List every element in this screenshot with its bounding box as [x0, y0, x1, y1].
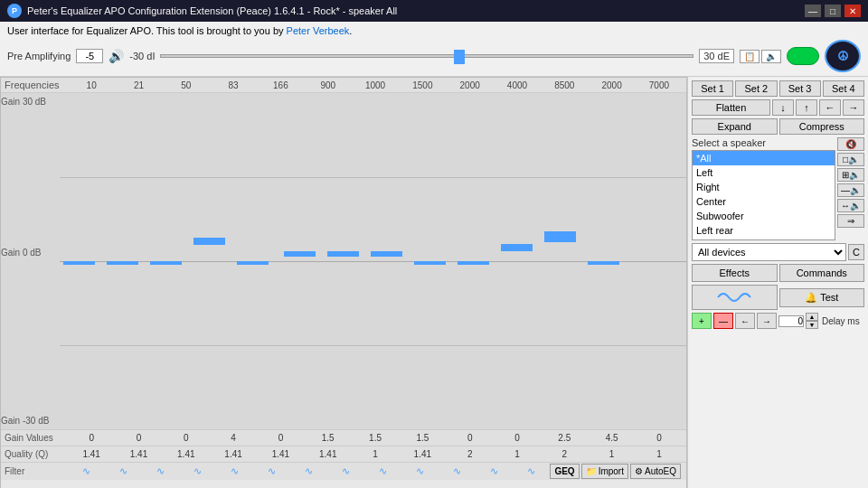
delay-input[interactable]	[778, 315, 804, 327]
speaker-mute-btn[interactable]: 🔇	[837, 137, 864, 151]
filter-wave-11[interactable]: ∿	[476, 465, 513, 477]
set4-button[interactable]: Set 4	[823, 80, 864, 97]
gv-7: 1.5	[399, 433, 446, 443]
arr-down-button[interactable]: ↓	[772, 99, 794, 116]
grid-h-25	[60, 177, 686, 178]
set3-button[interactable]: Set 3	[779, 80, 821, 97]
toolbar: User interface for Equalizer APO. This t…	[0, 22, 868, 77]
compress-button[interactable]: Compress	[779, 118, 865, 135]
eq-bar-2[interactable]	[150, 261, 182, 265]
speaker-item-leftrear[interactable]: Left rear	[693, 223, 835, 238]
set1-button[interactable]: Set 1	[692, 80, 733, 97]
delay-spin: ▲ ▼	[806, 313, 818, 329]
eq-bar-5[interactable]	[284, 251, 316, 257]
eq-bar-9[interactable]	[458, 261, 489, 265]
eq-grid-body: Gain 30 dB Gain 0 dB Gain -30 dB	[1, 93, 686, 429]
filter-wave-4[interactable]: ∿	[216, 465, 253, 477]
eq-bar-6[interactable]	[327, 251, 359, 257]
remove-band-button[interactable]: —	[713, 313, 733, 329]
delay-down-btn[interactable]: ▼	[806, 321, 818, 329]
freq-1500: 1500	[399, 80, 446, 90]
autoeq-button[interactable]: ⚙ AutoEQ	[630, 464, 681, 479]
eq-bar-11[interactable]	[544, 231, 576, 242]
speaker-arr-btn[interactable]: ↔🔈	[837, 199, 864, 212]
set2-button[interactable]: Set 2	[735, 80, 777, 97]
eq-bar-10[interactable]	[501, 244, 533, 251]
filter-wave-0[interactable]: ∿	[68, 465, 105, 477]
arr-right-button[interactable]: →	[843, 99, 864, 116]
gain-values-label: Gain Values	[5, 433, 68, 443]
filter-wave-1[interactable]: ∿	[105, 465, 142, 477]
autoeq-label: AutoEQ	[645, 466, 676, 476]
speaker-vol3-btn[interactable]: —🔈	[837, 183, 864, 197]
pre-amp-slider-container[interactable]	[160, 47, 693, 65]
filter-wave-12[interactable]: ∿	[513, 465, 550, 477]
title-bar-controls[interactable]: — □ ✕	[805, 5, 861, 17]
filter-wave-5[interactable]: ∿	[253, 465, 290, 477]
filter-wave-6[interactable]: ∿	[290, 465, 327, 477]
device-select[interactable]: All devices	[692, 243, 846, 261]
add-band-button[interactable]: +	[692, 313, 712, 329]
author-link[interactable]: Peter Verbeek	[287, 25, 350, 36]
eq-area: Frequencies 10 21 50 83 166 900 1000 150…	[0, 77, 687, 488]
eq-bar-1[interactable]	[107, 261, 138, 265]
expand-row: Expand Compress	[692, 118, 864, 135]
speaker-item-right[interactable]: Right	[693, 180, 835, 194]
speaker-item-sub[interactable]: Subwoofer	[693, 209, 835, 223]
test-button[interactable]: 🔔 Test	[779, 288, 865, 307]
filter-wave-3[interactable]: ∿	[179, 465, 216, 477]
eq-bar-12[interactable]	[588, 261, 619, 265]
pre-amp-slider-thumb[interactable]	[454, 50, 465, 64]
eq-bar-3[interactable]	[193, 238, 225, 245]
maximize-button[interactable]: □	[825, 5, 841, 17]
flatten-button[interactable]: Flatten	[692, 99, 770, 116]
speaker-item-left[interactable]: Left	[693, 165, 835, 180]
geq-button[interactable]: GEQ	[550, 464, 579, 479]
filter-wave-2[interactable]: ∿	[142, 465, 179, 477]
qv-3: 1.41	[210, 449, 257, 459]
power-button[interactable]	[787, 47, 819, 65]
arr-up-button[interactable]: ↑	[796, 99, 817, 116]
eq-bar-7[interactable]	[371, 251, 402, 257]
speaker-section: Select a speaker *All Left Right Center …	[692, 137, 864, 240]
right-arrow-button[interactable]: →	[757, 313, 777, 329]
folder-icon: 📁	[586, 466, 597, 476]
import-button[interactable]: 📁 Import	[581, 464, 628, 479]
filter-wave-9[interactable]: ∿	[401, 465, 439, 477]
effects-button[interactable]: Effects	[692, 264, 778, 282]
speaker-icon-btn[interactable]: 🔈	[761, 50, 781, 63]
toolbar-controls-row: Pre Amplifying 🔊 -30 dI 30 dE 📋 🔈 ☮	[7, 40, 861, 72]
arr-left-button[interactable]: ←	[819, 99, 841, 116]
delay-up-btn[interactable]: ▲	[806, 313, 818, 321]
speaker-select-label: Select a speaker	[692, 137, 835, 148]
device-row: All devices C	[692, 243, 864, 261]
speaker-vol2-btn[interactable]: ⊞🔈	[837, 168, 864, 182]
copy-icon-btn[interactable]: 📋	[740, 50, 760, 63]
left-arrow-button[interactable]: ←	[735, 313, 755, 329]
freq-83: 83	[210, 80, 257, 90]
speaker-list[interactable]: *All Left Right Center Subwoofer Left re…	[692, 150, 835, 240]
eq-bar-4[interactable]	[237, 261, 269, 265]
c-button[interactable]: C	[848, 244, 864, 260]
speaker-item-rightrear[interactable]: Right rear	[693, 238, 835, 240]
speaker-item-center[interactable]: Center	[693, 194, 835, 209]
speaker-arr2-btn[interactable]: ⇒	[837, 214, 864, 228]
gv-12: 0	[636, 433, 683, 443]
expand-button[interactable]: Expand	[692, 118, 778, 135]
filter-wave-10[interactable]: ∿	[439, 465, 476, 477]
freq-166: 166	[257, 80, 304, 90]
eq-bar-0[interactable]	[63, 261, 95, 265]
eq-bar-8[interactable]	[414, 261, 446, 265]
freq-2000b: 2000	[588, 80, 635, 90]
wave-button[interactable]	[692, 285, 778, 310]
toolbar-info-row: User interface for Equalizer APO. This t…	[7, 25, 861, 36]
qv-2: 1.41	[163, 449, 210, 459]
close-button[interactable]: ✕	[844, 5, 861, 17]
pre-amp-input[interactable]	[76, 49, 103, 63]
speaker-vol-btn[interactable]: □🔈	[837, 153, 864, 166]
commands-button[interactable]: Commands	[779, 264, 865, 282]
filter-wave-7[interactable]: ∿	[327, 465, 364, 477]
minimize-button[interactable]: —	[805, 5, 821, 17]
speaker-item-all[interactable]: *All	[693, 151, 835, 165]
filter-wave-8[interactable]: ∿	[364, 465, 401, 477]
